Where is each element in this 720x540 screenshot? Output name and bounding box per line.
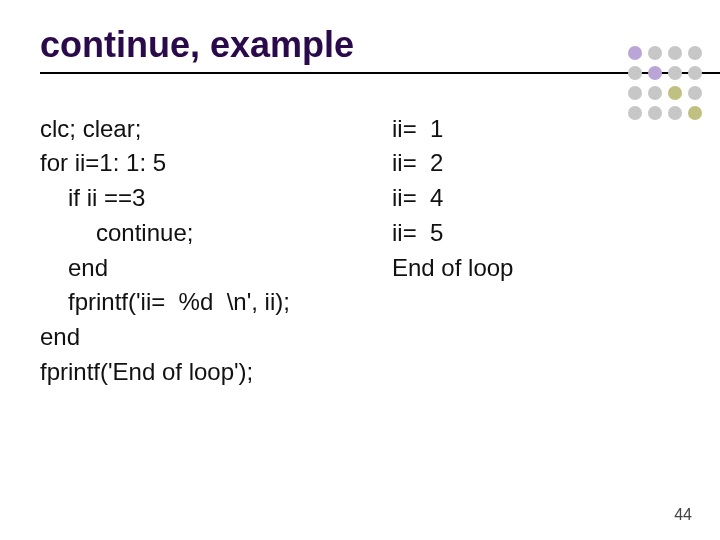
dot-icon: [668, 86, 682, 100]
code-line: end: [40, 320, 392, 355]
code-line: continue;: [40, 216, 392, 251]
dot-icon: [668, 46, 682, 60]
slide: continue, example clc; clear; for ii=1: …: [0, 0, 720, 540]
slide-title: continue, example: [40, 24, 680, 66]
dot-icon: [628, 106, 642, 120]
content-columns: clc; clear; for ii=1: 1: 5 if ii ==3 con…: [40, 112, 680, 390]
dot-icon: [628, 46, 642, 60]
output-line: ii= 5: [392, 216, 680, 251]
code-line: fprintf('End of loop');: [40, 355, 392, 390]
dot-icon: [688, 86, 702, 100]
title-area: continue, example: [40, 24, 680, 74]
code-line: end: [40, 251, 392, 286]
output-line: ii= 2: [392, 146, 680, 181]
dot-icon: [648, 66, 662, 80]
dot-icon: [628, 86, 642, 100]
code-line: if ii ==3: [40, 181, 392, 216]
dot-icon: [668, 66, 682, 80]
dot-icon: [648, 106, 662, 120]
dot-icon: [668, 106, 682, 120]
dot-icon: [688, 46, 702, 60]
page-number: 44: [674, 506, 692, 524]
dot-icon: [688, 66, 702, 80]
code-column: clc; clear; for ii=1: 1: 5 if ii ==3 con…: [40, 112, 392, 390]
decorative-dots: [628, 46, 702, 120]
dot-icon: [648, 46, 662, 60]
output-column: ii= 1 ii= 2 ii= 4 ii= 5 End of loop: [392, 112, 680, 390]
dot-icon: [648, 86, 662, 100]
dot-icon: [688, 106, 702, 120]
code-line: fprintf('ii= %d \n', ii);: [40, 285, 392, 320]
code-line: for ii=1: 1: 5: [40, 146, 392, 181]
output-line: ii= 4: [392, 181, 680, 216]
title-underline: [40, 72, 720, 74]
code-line: clc; clear;: [40, 112, 392, 147]
dot-icon: [628, 66, 642, 80]
output-line: End of loop: [392, 251, 680, 286]
